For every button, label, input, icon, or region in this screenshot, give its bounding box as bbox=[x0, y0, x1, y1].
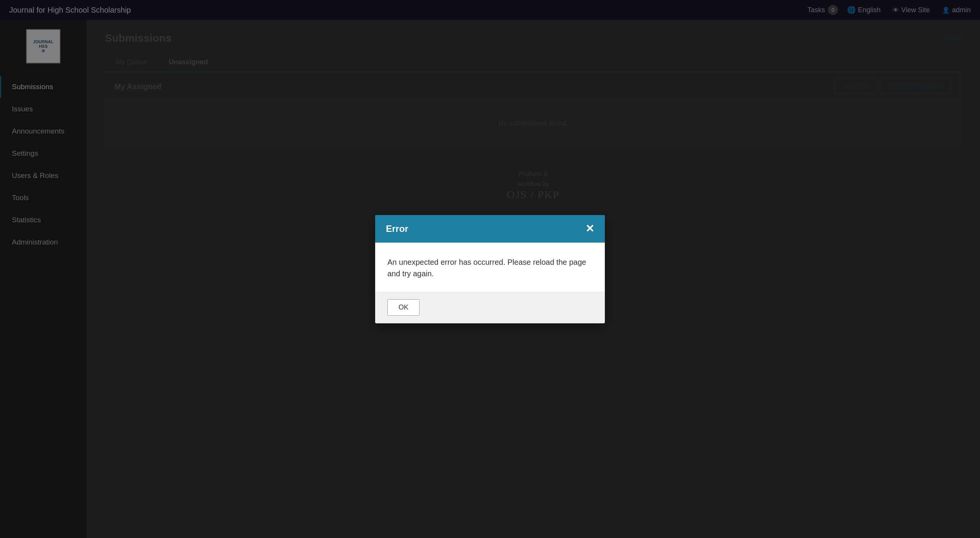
modal-close-button[interactable]: ✕ bbox=[585, 223, 594, 234]
modal-ok-button[interactable]: OK bbox=[387, 299, 420, 316]
modal-footer: OK bbox=[375, 292, 605, 323]
modal-body: An unexpected error has occurred. Please… bbox=[375, 243, 605, 292]
modal-backdrop: Error ✕ An unexpected error has occurred… bbox=[0, 0, 980, 538]
error-modal: Error ✕ An unexpected error has occurred… bbox=[375, 215, 605, 323]
modal-message: An unexpected error has occurred. Please… bbox=[387, 256, 593, 279]
modal-title: Error bbox=[386, 223, 408, 234]
modal-header: Error ✕ bbox=[375, 215, 605, 243]
